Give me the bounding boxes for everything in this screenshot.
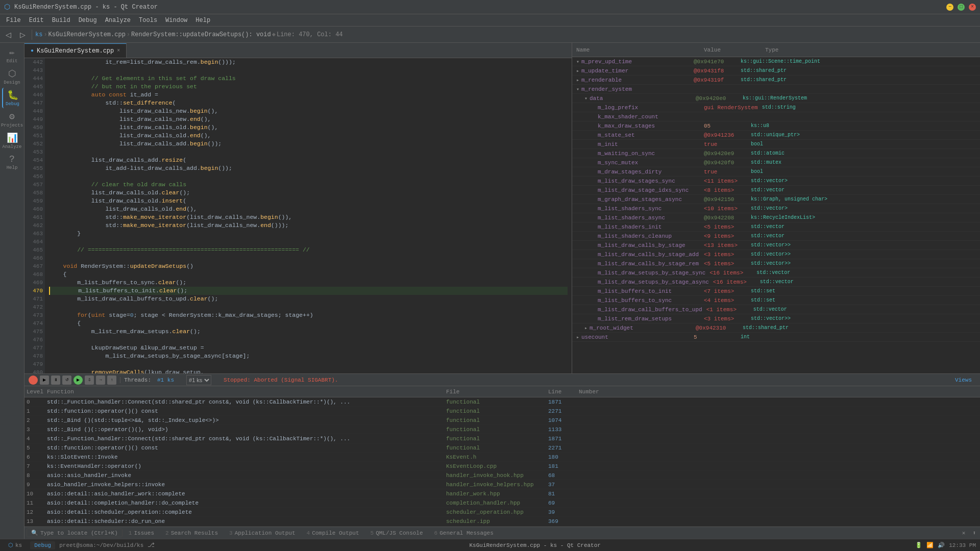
- locate-input[interactable]: 🔍 Type to locate (Ctrl+K): [27, 529, 122, 537]
- var-row[interactable]: ▾ data @0x9420e0 ks::gui::RenderSystem: [572, 94, 980, 103]
- debug-btn-4[interactable]: ▶: [74, 375, 83, 385]
- stack-row[interactable]: 5 std::function::operator()() const func…: [24, 443, 980, 453]
- debug-btn-5[interactable]: ⇩: [85, 375, 94, 385]
- var-toggle[interactable]: ▾: [582, 95, 590, 102]
- stack-row[interactable]: 10 asio::detail::asio_handler_work::comp…: [24, 489, 980, 498]
- breadcrumb-function[interactable]: RenderSystem::updateDrawSetups(): void: [131, 31, 271, 38]
- debug-btn-3[interactable]: ↺: [62, 375, 71, 385]
- stack-row[interactable]: 11 asio::detail::completion_handler::do_…: [24, 498, 980, 508]
- var-row[interactable]: k_max_draw_stages 05 ks::u8: [572, 121, 980, 131]
- debug-btn-1[interactable]: ▶: [40, 375, 49, 385]
- tab-general-messages[interactable]: 6General Messages: [429, 529, 499, 537]
- var-row[interactable]: ▾ m_prev_upd_time @0x941e70 ks::gui::Sce…: [572, 57, 980, 66]
- debug-btn-2[interactable]: ⏸: [51, 375, 60, 385]
- var-toggle[interactable]: ▸: [574, 334, 581, 340]
- var-row[interactable]: ▸ usecount 5 int: [572, 333, 980, 342]
- var-row[interactable]: m_draw_stages_dirty true bool: [572, 167, 980, 177]
- menu-analyze[interactable]: Analyze: [101, 16, 135, 25]
- close-panel-icon[interactable]: ✕: [958, 530, 970, 536]
- var-row[interactable]: m_list_draw_stage_idxs_sync <8 items> st…: [572, 186, 980, 195]
- tab-issues[interactable]: 1Issues: [124, 529, 159, 537]
- var-row[interactable]: m_list_draw_calls_by_stage_add <3 items>…: [572, 250, 980, 259]
- stack-row[interactable]: 8 asio::asio_handler_invoke handler_invo…: [24, 471, 980, 480]
- expand-icon[interactable]: ⬆: [970, 530, 978, 536]
- tab-compile-output[interactable]: 4Compile Output: [302, 529, 364, 537]
- tab-app-output[interactable]: 3Application Output: [224, 529, 300, 537]
- sidebar-item-projects[interactable]: ⚙ Projects: [2, 109, 22, 130]
- menu-window[interactable]: Window: [161, 16, 191, 25]
- stack-row[interactable]: 1 std::function::operator()() const func…: [24, 407, 980, 416]
- var-row[interactable]: m_list_draw_calls_by_stage_rem <5 items>…: [572, 259, 980, 268]
- var-row[interactable]: m_list_buffers_to_sync <4 items> std::se…: [572, 296, 980, 305]
- sidebar-item-design[interactable]: ⬡ Design: [2, 66, 22, 87]
- var-row[interactable]: m_list_shaders_init <5 items> std::vecto…: [572, 222, 980, 232]
- sidebar-item-help[interactable]: ? Help: [2, 152, 22, 172]
- sidebar-item-debug[interactable]: 🐛 Debug: [2, 88, 22, 108]
- views-button[interactable]: Views: [951, 377, 976, 383]
- close-button[interactable]: ×: [969, 4, 976, 11]
- var-row[interactable]: m_init true bool: [572, 140, 980, 149]
- stack-row[interactable]: 7 ks::EventHandler::operator() KsEventLo…: [24, 462, 980, 471]
- thread-selector[interactable]: #1 ks: [186, 375, 211, 385]
- menu-debug[interactable]: Debug: [75, 16, 101, 25]
- stack-row[interactable]: 12 asio::detail::scheduler_operation::co…: [24, 508, 980, 517]
- var-row[interactable]: ▾ m_render_system: [572, 85, 980, 94]
- var-row[interactable]: m_graph_draw_stages_async @0x942150 ks::…: [572, 195, 980, 204]
- tab-search-results[interactable]: 2Search Results: [160, 529, 223, 537]
- breadcrumb-file[interactable]: KsGuiRenderSystem.cpp: [48, 31, 126, 38]
- editor-tab-main[interactable]: ● KsGuiRenderSystem.cpp ×: [24, 43, 127, 58]
- var-row[interactable]: m_waiting_on_sync @0x9420e9 std::atomic: [572, 149, 980, 158]
- var-row[interactable]: ▸ m_update_timer @0x9431f8 std::shared_p…: [572, 66, 980, 76]
- menu-file[interactable]: File: [2, 16, 25, 25]
- menu-help[interactable]: Help: [191, 16, 214, 25]
- var-row[interactable]: m_list_rem_draw_setups <3 items> std::ve…: [572, 314, 980, 323]
- var-row[interactable]: m_list_draw_setups_by_stage_sync <16 ite…: [572, 268, 980, 278]
- menu-build[interactable]: Build: [48, 16, 75, 25]
- var-toggle[interactable]: ▾: [574, 59, 581, 65]
- debug-btn-7[interactable]: ↑: [107, 375, 116, 385]
- sidebar-item-edit[interactable]: ✏ Edit: [2, 45, 22, 65]
- var-toggle[interactable]: ▸: [574, 77, 581, 83]
- var-toggle[interactable]: ▸: [582, 325, 590, 331]
- var-row[interactable]: m_list_buffers_to_init <7 items> std::se…: [572, 287, 980, 296]
- code-editor[interactable]: 442 443 444 445 446 447 448 449 450 451 …: [24, 58, 572, 373]
- stack-row[interactable]: 3 std::_Bind ()(::operator()(), void>) f…: [24, 425, 980, 434]
- stack-row[interactable]: 2 std::_Bind ()(std::tuple<>&&, std::_In…: [24, 416, 980, 425]
- var-row[interactable]: m_list_draw_setups_by_stage_async <16 it…: [572, 278, 980, 287]
- taskbar-ks-icon[interactable]: ⬡ ks: [4, 541, 26, 549]
- var-row[interactable]: m_list_draw_stages_sync <11 items> std::…: [572, 177, 980, 186]
- var-toggle[interactable]: ▾: [574, 86, 581, 92]
- var-row[interactable]: m_state_set @0x941236 std::unique_ptr>: [572, 131, 980, 140]
- breadcrumb-project[interactable]: ks: [35, 31, 42, 38]
- tab-close-1[interactable]: ×: [117, 48, 120, 54]
- stack-row[interactable]: 6 ks::SlotEvent::Invoke KsEvent.h 180: [24, 453, 980, 462]
- sidebar-item-analyze[interactable]: 📊 Analyze: [2, 131, 22, 151]
- back-button[interactable]: ◁: [2, 29, 14, 41]
- stack-row[interactable]: 4 std::_Function_handler::Connect(std::s…: [24, 434, 980, 443]
- menu-tools[interactable]: Tools: [135, 16, 161, 25]
- maximize-button[interactable]: □: [958, 4, 965, 11]
- var-row[interactable]: ▸ m_renderable @0x94319f std::shared_ptr: [572, 76, 980, 85]
- taskbar-debug-item[interactable]: Debug: [30, 541, 55, 549]
- stack-table[interactable]: Level Function File Line Number 0 std::_…: [24, 386, 980, 527]
- stack-row[interactable]: 9 asio_handler_invoke_helpers::invoke ha…: [24, 480, 980, 489]
- var-row[interactable]: k_max_shader_count: [572, 112, 980, 121]
- var-row[interactable]: m_list_shaders_cleanup <9 items> std::ve…: [572, 232, 980, 241]
- code-content[interactable]: it_rem=list_draw_calls_rem.begin())); //…: [45, 58, 572, 373]
- var-row[interactable]: m_list_draw_call_buffers_to_upd <1 items…: [572, 305, 980, 314]
- var-toggle[interactable]: ▸: [574, 68, 581, 74]
- var-row[interactable]: m_list_shaders_async @0x942208 ks::Recyc…: [572, 213, 980, 222]
- stack-row[interactable]: 0 std::_Function_handler::Connect(std::s…: [24, 397, 980, 407]
- var-row[interactable]: m_sync_mutex @0x9420f0 std::mutex: [572, 158, 980, 167]
- var-row[interactable]: ▸ m_root_widget @0x942310 std::shared_pt…: [572, 323, 980, 333]
- var-row[interactable]: m_list_shaders_sync <10 items> std::vect…: [572, 204, 980, 213]
- stack-row[interactable]: 13 asio::detail::scheduler::do_run_one s…: [24, 517, 980, 526]
- forward-button[interactable]: ▷: [16, 29, 29, 41]
- minimize-button[interactable]: −: [946, 4, 953, 11]
- menu-edit[interactable]: Edit: [25, 16, 48, 25]
- var-row[interactable]: m_log_prefix gui RenderSystem std::strin…: [572, 103, 980, 112]
- debug-vars[interactable]: ▾ m_prev_upd_time @0x941e70 ks::gui::Sce…: [572, 57, 980, 373]
- debug-btn-6[interactable]: →: [96, 375, 105, 385]
- var-row[interactable]: m_list_draw_calls_by_stage <13 items> st…: [572, 241, 980, 250]
- tab-qml-console[interactable]: 5QML/JS Console: [365, 529, 428, 537]
